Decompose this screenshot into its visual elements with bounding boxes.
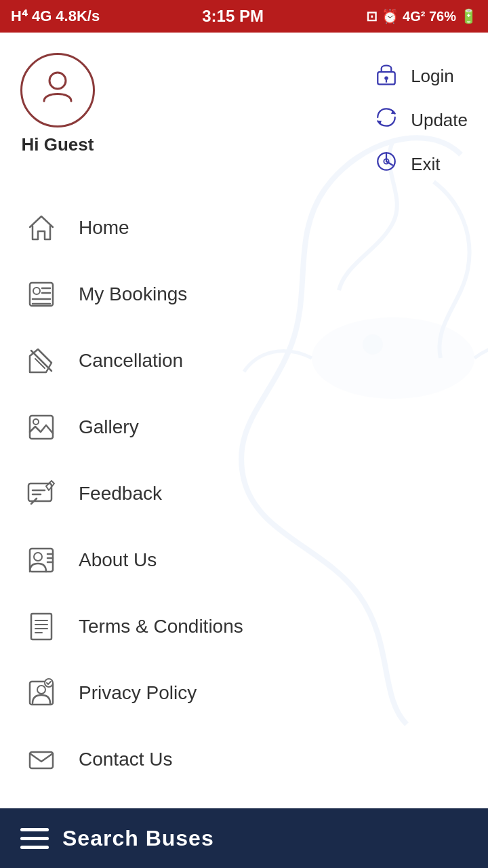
exit-button[interactable]: Exit — [371, 148, 468, 181]
search-buses-label: Search Buses — [62, 826, 214, 851]
svg-point-9 — [33, 288, 40, 294]
header-area: Hi Guest Login — [0, 33, 488, 195]
terms-icon — [23, 608, 60, 645]
home-label: Home — [79, 217, 129, 239]
alarm-icon: ⏰ — [382, 8, 399, 24]
status-bar: H⁴ 4G 4.8K/s 3:15 PM ⊡ ⏰ 4G² 76% 🔋 — [0, 0, 488, 33]
privacy-icon — [23, 675, 60, 711]
cancellation-label: Cancellation — [79, 350, 183, 372]
privacy-label: Privacy Policy — [79, 682, 197, 704]
svg-point-2 — [49, 73, 66, 89]
menu-item-cancellation[interactable]: Cancellation — [7, 328, 481, 394]
feedback-icon — [23, 475, 60, 512]
svg-rect-8 — [30, 283, 53, 306]
login-icon — [371, 60, 401, 93]
contact-icon — [23, 741, 60, 778]
greeting-text: Hi Guest — [22, 134, 94, 155]
bookings-label: My Bookings — [79, 283, 187, 305]
menu-item-feedback[interactable]: Feedback — [7, 460, 481, 527]
contact-label: Contact Us — [79, 749, 173, 770]
action-buttons: Login Update — [371, 53, 468, 181]
svg-rect-14 — [30, 416, 53, 439]
data-speed: 4.8K/s — [56, 7, 100, 25]
svg-rect-30 — [30, 752, 53, 768]
update-icon — [371, 104, 401, 137]
menu-item-about[interactable]: About Us — [7, 527, 481, 593]
gallery-icon — [23, 409, 60, 446]
exit-label: Exit — [411, 154, 440, 175]
about-icon — [23, 542, 60, 578]
hamburger-icon — [20, 828, 49, 849]
status-time: 3:15 PM — [202, 7, 264, 26]
user-section: Hi Guest — [20, 53, 95, 155]
svg-point-4 — [384, 77, 388, 80]
signal-text: H⁴ 4G — [11, 7, 52, 25]
svg-rect-16 — [28, 484, 52, 501]
terms-label: Terms & Conditions — [79, 616, 243, 637]
login-label: Login — [411, 66, 454, 87]
status-right: ⊡ ⏰ 4G² 76% 🔋 — [366, 8, 477, 24]
user-icon — [37, 66, 78, 115]
battery-text: 4G² 76% — [403, 9, 456, 24]
svg-rect-22 — [31, 614, 52, 639]
menu-item-terms[interactable]: Terms & Conditions — [7, 593, 481, 660]
menu-item-bookings[interactable]: My Bookings — [7, 261, 481, 328]
avatar — [20, 53, 95, 127]
menu-item-home[interactable]: Home — [7, 195, 481, 261]
bottom-bar[interactable]: Search Buses — [0, 808, 488, 868]
menu-list: Home My Bookings — [0, 195, 488, 868]
update-button[interactable]: Update — [371, 104, 468, 137]
feedback-label: Feedback — [79, 483, 162, 505]
battery-icon: 🔋 — [460, 8, 477, 24]
login-button[interactable]: Login — [371, 60, 468, 93]
network-icon: ⊡ — [366, 8, 378, 24]
menu-item-contact[interactable]: Contact Us — [7, 726, 481, 793]
svg-point-15 — [33, 419, 39, 425]
menu-item-gallery[interactable]: Gallery — [7, 394, 481, 460]
menu-item-privacy[interactable]: Privacy Policy — [7, 660, 481, 726]
svg-point-18 — [34, 553, 42, 561]
home-icon — [23, 210, 60, 246]
gallery-label: Gallery — [79, 416, 139, 438]
exit-icon — [371, 148, 401, 181]
svg-point-28 — [37, 686, 45, 694]
status-left: H⁴ 4G 4.8K/s — [11, 7, 100, 25]
about-label: About Us — [79, 549, 157, 571]
bookings-icon — [23, 276, 60, 313]
svg-rect-17 — [30, 549, 53, 572]
cancellation-icon — [23, 342, 60, 379]
update-label: Update — [411, 110, 468, 131]
main-content: Hi Guest Login — [0, 33, 488, 868]
